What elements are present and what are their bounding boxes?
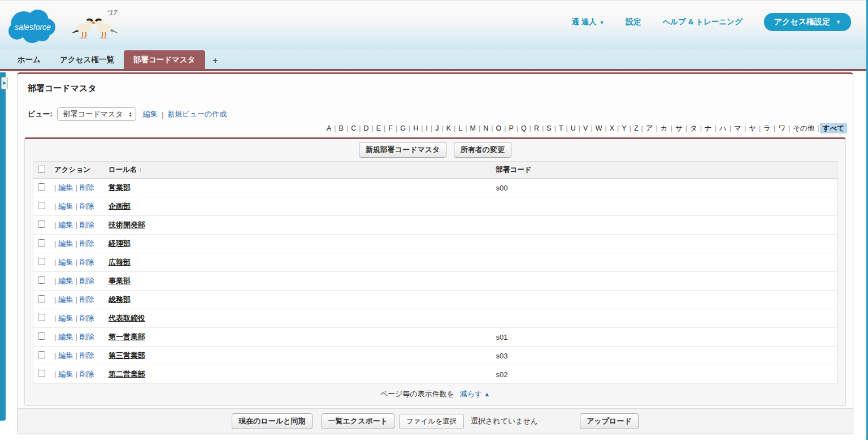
alpha-letter[interactable]: U — [568, 124, 578, 133]
setup-link[interactable]: 設定 — [626, 17, 641, 27]
sidebar-expand-handle[interactable]: ▶ — [1, 77, 8, 89]
alpha-letter[interactable]: S — [544, 124, 553, 133]
user-menu[interactable]: 通 達人▼ — [571, 17, 604, 27]
role-name-link[interactable]: 技術開発部 — [108, 220, 145, 229]
alpha-letter[interactable]: ワ — [776, 124, 788, 133]
alpha-letter[interactable]: W — [593, 124, 605, 133]
view-select[interactable]: 部署コードマスタ ▲▼ — [57, 107, 136, 121]
alpha-letter[interactable]: J — [433, 124, 441, 133]
alpha-letter[interactable]: V — [581, 124, 590, 133]
row-checkbox[interactable] — [38, 258, 45, 265]
delete-link[interactable]: 削除 — [80, 202, 94, 210]
alpha-letter[interactable]: ア — [644, 124, 656, 133]
row-checkbox[interactable] — [38, 332, 45, 340]
row-checkbox[interactable] — [38, 202, 45, 209]
role-name-link[interactable]: 企画部 — [108, 202, 131, 210]
row-checkbox[interactable] — [38, 351, 45, 358]
alpha-letter[interactable]: X — [607, 124, 617, 133]
upload-button[interactable]: アップロード — [580, 413, 639, 429]
edit-link[interactable]: 編集 — [58, 202, 73, 210]
row-checkbox[interactable] — [38, 314, 45, 321]
column-header-action[interactable]: アクション — [50, 162, 104, 179]
delete-link[interactable]: 削除 — [80, 258, 94, 266]
alpha-letter[interactable]: Y — [619, 124, 628, 133]
role-name-link[interactable]: 事業部 — [108, 276, 131, 285]
alpha-letter[interactable]: サ — [673, 124, 685, 133]
alpha-letter[interactable]: カ — [658, 124, 670, 133]
edit-link[interactable]: 編集 — [58, 220, 73, 229]
salesforce-logo[interactable]: salesforce — [7, 3, 59, 48]
alpha-letter[interactable]: H — [411, 124, 420, 133]
column-header-code[interactable]: 部署コード — [492, 162, 837, 179]
reduce-page-size-link[interactable]: 減らす▲ — [460, 390, 491, 398]
alpha-letter[interactable]: タ — [688, 124, 700, 133]
alpha-letter[interactable]: ラ — [761, 124, 773, 133]
alpha-letter[interactable]: マ — [732, 124, 744, 133]
alpha-all-selected[interactable]: すべて — [820, 123, 847, 133]
tab-item[interactable]: アクセス権一覧 — [50, 50, 124, 69]
role-name-link[interactable]: 第二営業部 — [108, 370, 145, 378]
view-create-link[interactable]: 新規ビューの作成 — [167, 109, 227, 119]
alpha-letter[interactable]: I — [423, 124, 429, 133]
role-name-link[interactable]: 第三営業部 — [108, 351, 145, 360]
row-checkbox[interactable] — [38, 370, 45, 377]
delete-link[interactable]: 削除 — [80, 239, 94, 248]
column-header-role[interactable]: ロール名↑ — [104, 162, 492, 179]
row-checkbox[interactable] — [38, 276, 45, 284]
alpha-letter[interactable]: M — [468, 124, 478, 133]
edit-link[interactable]: 編集 — [58, 351, 73, 360]
alpha-letter[interactable]: B — [337, 124, 346, 133]
edit-link[interactable]: 編集 — [58, 332, 73, 341]
role-name-link[interactable]: 第一営業部 — [108, 332, 145, 341]
edit-link[interactable]: 編集 — [58, 258, 73, 266]
row-checkbox[interactable] — [38, 239, 45, 247]
alpha-letter[interactable]: その他 — [791, 124, 817, 133]
edit-link[interactable]: 編集 — [58, 183, 73, 192]
edit-link[interactable]: 編集 — [58, 295, 73, 304]
edit-link[interactable]: 編集 — [58, 276, 73, 285]
alpha-letter[interactable]: O — [493, 124, 504, 133]
alpha-letter[interactable]: Z — [632, 124, 641, 133]
alpha-letter[interactable]: Q — [519, 124, 529, 133]
role-name-link[interactable]: 代表取締役 — [108, 314, 145, 322]
app-menu-button[interactable]: アクセス権設定 ▼ — [764, 13, 851, 31]
row-checkbox[interactable] — [38, 295, 45, 302]
alpha-letter[interactable]: P — [506, 124, 515, 133]
role-name-link[interactable]: 総務部 — [108, 295, 131, 304]
alpha-letter[interactable]: L — [456, 124, 465, 133]
alpha-letter[interactable]: R — [532, 124, 541, 133]
new-record-button[interactable]: 新規部署コードマスタ — [359, 142, 447, 158]
delete-link[interactable]: 削除 — [80, 314, 94, 322]
role-name-link[interactable]: 広報部 — [108, 258, 131, 266]
export-list-button[interactable]: 一覧エクスポート — [322, 413, 395, 429]
edit-link[interactable]: 編集 — [58, 239, 73, 248]
choose-file-button[interactable]: ファイルを選択 — [399, 414, 464, 429]
tab-item[interactable]: ホーム — [8, 50, 50, 69]
alpha-letter[interactable]: F — [386, 124, 395, 133]
edit-link[interactable]: 編集 — [58, 370, 73, 378]
delete-link[interactable]: 削除 — [80, 351, 94, 360]
select-all-checkbox[interactable] — [38, 166, 45, 173]
row-checkbox[interactable] — [38, 220, 45, 228]
alpha-letter[interactable]: ナ — [702, 124, 714, 133]
alpha-letter[interactable]: C — [349, 124, 358, 133]
help-training-link[interactable]: ヘルプ & トレーニング — [662, 17, 742, 27]
alpha-letter[interactable]: ハ — [717, 124, 729, 133]
delete-link[interactable]: 削除 — [80, 370, 94, 378]
edit-link[interactable]: 編集 — [58, 314, 73, 322]
delete-link[interactable]: 削除 — [80, 332, 94, 341]
delete-link[interactable]: 削除 — [80, 183, 94, 192]
alpha-letter[interactable]: D — [361, 124, 371, 133]
alpha-letter[interactable]: A — [324, 124, 333, 133]
delete-link[interactable]: 削除 — [80, 220, 94, 229]
delete-link[interactable]: 削除 — [80, 295, 94, 304]
alpha-letter[interactable]: K — [444, 124, 453, 133]
tab-active[interactable]: 部署コードマスタ — [124, 50, 205, 69]
alpha-letter[interactable]: G — [398, 124, 408, 133]
change-owner-button[interactable]: 所有者の変更 — [454, 142, 511, 158]
role-name-link[interactable]: 経理部 — [108, 239, 131, 248]
alpha-letter[interactable]: T — [557, 124, 566, 133]
delete-link[interactable]: 削除 — [80, 276, 94, 285]
add-tab-button[interactable]: + — [205, 51, 226, 69]
sync-roles-button[interactable]: 現在のロールと同期 — [232, 413, 312, 429]
